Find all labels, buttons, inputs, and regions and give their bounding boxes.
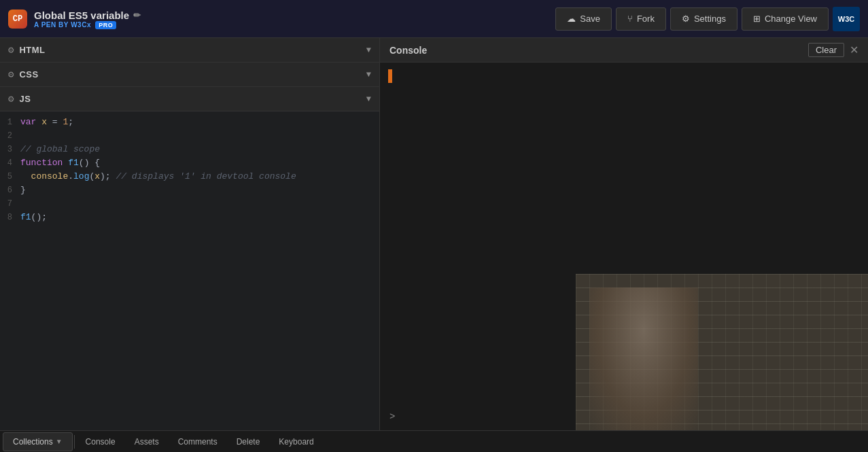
line-number: 1: [0, 116, 20, 129]
save-cloud-icon: ☁: [567, 14, 576, 24]
line-code: }: [20, 184, 26, 197]
console-bottom-tab[interactable]: Console: [76, 432, 125, 451]
w3c-badge: W3C: [833, 7, 860, 31]
keyboard-label: Keyboard: [279, 437, 313, 447]
change-view-label: Change View: [765, 14, 817, 24]
line-code: function f1() {: [20, 156, 100, 170]
line-number: 8: [0, 211, 20, 224]
js-chevron-icon: ▼: [366, 94, 371, 104]
line-code: f1();: [20, 211, 47, 224]
line-number: 6: [0, 184, 20, 197]
collections-chevron-icon: ▼: [56, 438, 63, 445]
top-bar-right: ☁ Save ⑂ Fork ⚙ Settings ⊞ Change View W…: [555, 7, 860, 31]
collections-tab[interactable]: Collections ▼: [3, 432, 73, 451]
person-silhouette: [589, 288, 698, 430]
save-label: Save: [580, 14, 600, 24]
css-gear-icon[interactable]: ⚙: [8, 69, 14, 80]
top-bar-left: CP Global ES5 variable ✏ A PEN BY W3Cx P…: [8, 10, 141, 29]
right-panel: Console Clear ✕ >: [380, 38, 868, 430]
code-line: 2: [0, 129, 379, 143]
line-number: 7: [0, 197, 20, 211]
settings-label: Settings: [694, 14, 726, 24]
css-section-header[interactable]: ⚙ CSS ▼: [0, 63, 379, 87]
change-view-icon: ⊞: [753, 14, 761, 24]
line-number: 2: [0, 129, 20, 143]
assets-tab[interactable]: Assets: [125, 432, 169, 451]
fork-icon: ⑂: [627, 14, 633, 24]
pen-title-text: Global ES5 variable: [34, 10, 129, 21]
top-bar: CP Global ES5 variable ✏ A PEN BY W3Cx P…: [0, 0, 868, 38]
clear-button[interactable]: Clear: [808, 43, 844, 57]
collections-label: Collections: [13, 437, 53, 447]
console-prompt: >: [389, 411, 395, 422]
subtitle-prefix: A PEN BY: [34, 21, 69, 29]
save-button[interactable]: ☁ Save: [555, 7, 612, 31]
html-label: HTML: [19, 45, 45, 55]
console-bottom-label: Console: [86, 437, 116, 447]
settings-gear-icon: ⚙: [682, 14, 690, 24]
code-line: 1var x = 1;: [0, 116, 379, 129]
line-number: 3: [0, 143, 20, 156]
pen-subtitle: A PEN BY W3Cx PRO: [34, 21, 141, 29]
settings-button[interactable]: ⚙ Settings: [670, 7, 737, 31]
console-header: Console Clear ✕: [380, 38, 868, 63]
line-number: 4: [0, 156, 20, 170]
pro-badge: PRO: [95, 21, 116, 29]
js-label: JS: [19, 94, 31, 104]
webcam-overlay: [576, 274, 868, 430]
fork-button[interactable]: ⑂ Fork: [616, 7, 666, 31]
html-section-header[interactable]: ⚙ HTML ▼: [0, 38, 379, 63]
console-title: Console: [389, 45, 427, 56]
line-code: [20, 129, 26, 143]
console-body: >: [380, 63, 868, 430]
divider: [74, 435, 75, 449]
line-code: var x = 1;: [20, 116, 73, 129]
code-line: 6}: [0, 184, 379, 197]
change-view-button[interactable]: ⊞ Change View: [742, 7, 829, 31]
keyboard-tab[interactable]: Keyboard: [269, 432, 323, 451]
line-number: 5: [0, 170, 20, 184]
code-line: 8f1();: [0, 211, 379, 224]
main-content: ⚙ HTML ▼ ⚙ CSS ▼ ⚙ JS ▼ 1var x = 1;2 3//…: [0, 38, 868, 430]
code-line: 5 console.log(x); // displays '1' in dev…: [0, 170, 379, 184]
css-label: CSS: [19, 69, 38, 80]
logo-icon: CP: [8, 10, 27, 29]
line-code: // global scope: [20, 143, 100, 156]
console-indicator: [388, 69, 392, 83]
delete-tab[interactable]: Delete: [227, 432, 270, 451]
js-editor[interactable]: 1var x = 1;2 3// global scope4function f…: [0, 111, 379, 430]
comments-tab[interactable]: Comments: [169, 432, 227, 451]
comments-label: Comments: [178, 437, 218, 447]
author-link[interactable]: W3Cx: [71, 21, 91, 29]
pen-title-area: Global ES5 variable ✏ A PEN BY W3Cx PRO: [34, 10, 141, 29]
assets-label: Assets: [135, 437, 159, 447]
close-console-button[interactable]: ✕: [850, 44, 858, 56]
pen-title: Global ES5 variable ✏: [34, 10, 141, 21]
code-line: 3// global scope: [0, 143, 379, 156]
css-chevron-icon: ▼: [366, 70, 371, 80]
html-gear-icon[interactable]: ⚙: [8, 44, 14, 56]
code-area[interactable]: 1var x = 1;2 3// global scope4function f…: [0, 111, 379, 228]
code-line: 4function f1() {: [0, 156, 379, 170]
html-chevron-icon: ▼: [366, 46, 371, 55]
js-section-header[interactable]: ⚙ JS ▼: [0, 87, 379, 111]
bottom-bar: Collections ▼ Console Assets Comments De…: [0, 430, 868, 452]
line-code: console.log(x); // displays '1' in devto…: [20, 170, 296, 184]
js-gear-icon[interactable]: ⚙: [8, 93, 14, 105]
fork-label: Fork: [637, 14, 655, 24]
edit-icon[interactable]: ✏: [133, 10, 141, 20]
code-line: 7: [0, 197, 379, 211]
delete-label: Delete: [237, 437, 260, 447]
left-panel: ⚙ HTML ▼ ⚙ CSS ▼ ⚙ JS ▼ 1var x = 1;2 3//…: [0, 38, 380, 430]
line-code: [20, 197, 26, 211]
console-actions: Clear ✕: [808, 43, 858, 57]
